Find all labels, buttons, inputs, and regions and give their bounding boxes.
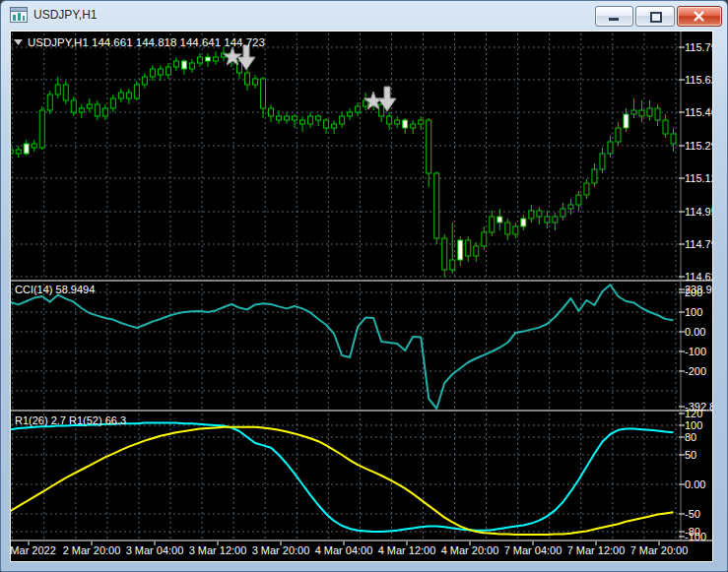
price-axis-label: -100 — [685, 346, 706, 357]
chart-background[interactable] — [11, 32, 712, 561]
candle-body — [592, 169, 597, 183]
candle-body — [102, 108, 107, 116]
time-axis-label: 3 Mar 04:00 — [126, 544, 184, 556]
candle-body — [505, 222, 510, 234]
candle-body — [269, 108, 274, 116]
candle-body — [332, 124, 337, 128]
chart-ohlc-header: USDJPY,H1 144.661 144.818 144.641 144.72… — [28, 36, 265, 48]
price-axis-label: 100 — [685, 306, 702, 318]
candle-body — [261, 79, 266, 108]
candle-body — [568, 205, 573, 209]
time-axis-label: 7 Mar 04:00 — [504, 544, 563, 556]
candle-body — [32, 144, 36, 148]
time-axis-label: 2 Mar 2022 — [11, 544, 56, 556]
candle-body — [277, 116, 282, 120]
candle-body — [118, 93, 123, 98]
candle-body — [655, 108, 660, 120]
price-axis-label: 100 — [685, 419, 702, 431]
price-axis-label: 114.955 — [685, 206, 712, 218]
price-axis-label: 200 — [685, 286, 702, 298]
candle-body — [285, 116, 290, 120]
candle-body — [521, 219, 526, 226]
close-icon — [678, 7, 721, 26]
candle-body — [395, 120, 400, 124]
price-axis-label: 115.125 — [685, 172, 712, 184]
candle-body — [205, 57, 210, 61]
time-axis-label: 7 Mar 12:00 — [567, 544, 626, 556]
close-button[interactable] — [677, 6, 722, 27]
cci-indicator-label: CCI(14) 58.9494 — [15, 284, 95, 295]
time-axis-label: 4 Mar 04:00 — [315, 544, 373, 556]
candle-body — [458, 240, 463, 260]
price-axis-label: -100 — [685, 531, 706, 542]
candle-body — [142, 77, 147, 85]
candle-body — [482, 232, 487, 246]
price-axis-label: 115.625 — [685, 74, 712, 86]
candle-body — [79, 108, 84, 112]
candle-body — [427, 120, 431, 173]
candle-body — [189, 63, 194, 69]
candle-body — [490, 217, 495, 232]
candle-body — [95, 104, 99, 116]
candle-body — [639, 110, 644, 116]
mt4-chart-window: USDJPY,H1 115.790115.625115.460115.29011… — [0, 0, 728, 572]
candle-body — [253, 79, 258, 85]
price-axis-label: 115.790 — [685, 41, 712, 53]
candle-body — [134, 85, 139, 98]
candle-body — [47, 95, 52, 110]
candle-body — [300, 120, 305, 124]
window-controls — [593, 6, 722, 27]
candle-body — [63, 85, 68, 100]
time-axis-label: 3 Mar 12:00 — [189, 544, 247, 556]
candle-body — [16, 150, 21, 154]
minimize-button[interactable] — [595, 6, 633, 27]
time-axis-label: 4 Mar 20:00 — [441, 544, 499, 556]
candle-body — [71, 100, 76, 112]
price-axis-label: 50 — [685, 449, 696, 461]
chart-client-area: 115.790115.625115.460115.290115.125114.9… — [10, 31, 713, 562]
candle-body — [631, 110, 636, 114]
candle-body — [434, 173, 439, 238]
candle-body — [308, 116, 313, 124]
candle-body — [466, 240, 471, 256]
chart-canvas[interactable]: 115.790115.625115.460115.290115.125114.9… — [11, 32, 712, 561]
candle-body — [624, 114, 629, 128]
candle-body — [561, 209, 565, 217]
price-axis-label: -50 — [685, 508, 700, 520]
time-axis-label: 7 Mar 20:00 — [630, 544, 689, 556]
candle-body — [419, 120, 424, 124]
candle-body — [293, 116, 298, 120]
title-bar[interactable]: USDJPY,H1 — [1, 1, 727, 31]
candle-body — [55, 85, 60, 95]
candle-body — [340, 116, 345, 124]
candle-body — [126, 93, 131, 98]
oscillator-indicator-label: R1(26) 2.7 R1(52) 66.3 — [15, 414, 126, 426]
price-axis-label: 115.460 — [685, 106, 712, 118]
price-axis-label: 0.00 — [685, 326, 705, 338]
restore-button[interactable] — [635, 6, 675, 27]
candle-body — [324, 120, 329, 128]
candle-body — [584, 183, 589, 195]
candle-body — [24, 144, 29, 154]
candle-body — [87, 104, 92, 108]
candle-body — [663, 120, 668, 134]
candle-body — [173, 61, 178, 67]
candle-body — [513, 226, 518, 234]
candle-body — [213, 57, 218, 61]
candle-body — [529, 211, 534, 219]
candle-body — [181, 61, 186, 69]
restore-icon — [650, 12, 662, 23]
candle-body — [411, 124, 416, 128]
candle-body — [553, 217, 558, 222]
candle-body — [545, 217, 550, 222]
candle-body — [387, 116, 392, 124]
candle-body — [608, 142, 613, 154]
candle-body — [671, 134, 676, 144]
candle-body — [197, 57, 202, 63]
time-axis-label: 3 Mar 20:00 — [252, 544, 310, 556]
time-axis-label: 4 Mar 12:00 — [378, 544, 436, 556]
candle-body — [616, 128, 621, 142]
chart-window-icon — [10, 7, 28, 23]
candle-body — [647, 108, 652, 116]
candle-body — [39, 110, 44, 148]
